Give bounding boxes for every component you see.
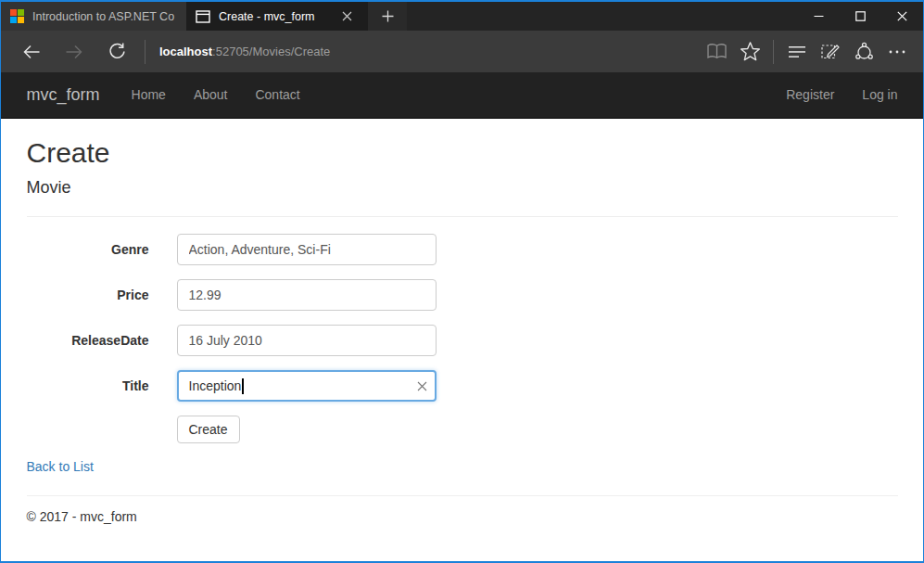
nav-link-contact[interactable]: Contact bbox=[241, 72, 313, 118]
url-host: localhost bbox=[159, 45, 212, 58]
maximize-icon bbox=[855, 11, 866, 21]
back-arrow-icon bbox=[21, 43, 42, 61]
tab-title: Create - mvc_form bbox=[219, 10, 326, 23]
title-input-value: Inception bbox=[189, 378, 242, 393]
form-row-price: Price bbox=[27, 279, 898, 311]
url-path: :52705/Movies/Create bbox=[212, 45, 330, 58]
microsoft-logo-icon bbox=[10, 9, 24, 23]
tab-bar: Introduction to ASP.NET Co Create - mvc_… bbox=[1, 2, 923, 31]
addressbar-actions bbox=[700, 31, 914, 72]
clear-field-button[interactable] bbox=[417, 370, 427, 402]
title-input[interactable]: Inception bbox=[177, 370, 437, 402]
create-submit-button[interactable]: Create bbox=[177, 416, 240, 443]
title-label: Title bbox=[27, 378, 149, 393]
page-body: Create Movie Genre Price Release bbox=[1, 119, 923, 561]
create-movie-form: Genre Price ReleaseDate bbox=[27, 234, 898, 443]
favorites-star-button[interactable] bbox=[733, 31, 766, 72]
clear-field-x-icon bbox=[417, 381, 427, 391]
star-icon bbox=[740, 41, 761, 62]
browser-window: Introduction to ASP.NET Co Create - mvc_… bbox=[0, 0, 924, 563]
form-row-releasedate: ReleaseDate bbox=[27, 325, 898, 356]
text-caret bbox=[242, 378, 244, 394]
tab-close-icon[interactable] bbox=[335, 5, 359, 29]
ellipsis-icon bbox=[887, 42, 907, 62]
close-icon bbox=[897, 11, 907, 21]
share-button[interactable] bbox=[847, 31, 880, 72]
page-icon bbox=[196, 10, 210, 23]
addressbar-divider bbox=[773, 40, 774, 64]
hub-lines-icon bbox=[787, 42, 807, 62]
form-row-submit: Create bbox=[27, 416, 898, 443]
price-label: Price bbox=[27, 288, 149, 302]
nav-link-login[interactable]: Log in bbox=[848, 72, 897, 118]
price-input[interactable] bbox=[177, 279, 437, 311]
copyright-text: © 2017 - mvc_form bbox=[27, 509, 898, 524]
site-footer: © 2017 - mvc_form bbox=[27, 495, 898, 524]
addressbar-divider bbox=[145, 40, 146, 64]
releasedate-label: ReleaseDate bbox=[27, 333, 149, 348]
refresh-button[interactable] bbox=[95, 31, 138, 72]
page-subtitle: Movie bbox=[27, 178, 898, 198]
more-actions-button[interactable] bbox=[880, 31, 914, 72]
address-bar: localhost:52705/Movies/Create bbox=[1, 31, 923, 72]
forward-button[interactable] bbox=[53, 31, 95, 72]
url-field[interactable]: localhost:52705/Movies/Create bbox=[159, 45, 700, 58]
nav-link-about[interactable]: About bbox=[180, 72, 242, 118]
web-note-button[interactable] bbox=[814, 31, 847, 72]
page-title: Create bbox=[27, 137, 898, 169]
web-note-pen-icon bbox=[820, 41, 842, 62]
footer-divider bbox=[27, 495, 898, 496]
form-row-genre: Genre bbox=[27, 234, 898, 265]
genre-input[interactable] bbox=[177, 234, 437, 265]
navbar-brand[interactable]: mvc_form bbox=[27, 85, 100, 105]
reading-view-book-icon bbox=[706, 43, 728, 60]
refresh-icon bbox=[108, 42, 127, 61]
releasedate-input[interactable] bbox=[177, 325, 437, 356]
new-tab-button[interactable] bbox=[368, 2, 407, 31]
forward-arrow-icon bbox=[64, 43, 84, 61]
site-navbar: mvc_form Home About Contact Register Log… bbox=[1, 72, 923, 119]
reading-view-button[interactable] bbox=[700, 31, 733, 72]
titlebar-drag-area bbox=[407, 2, 798, 31]
divider bbox=[27, 216, 898, 217]
maximize-button[interactable] bbox=[840, 2, 881, 31]
navbar-account-links: Register Log in bbox=[772, 72, 897, 118]
nav-link-register[interactable]: Register bbox=[772, 72, 848, 118]
hub-button[interactable] bbox=[780, 31, 814, 72]
plus-icon bbox=[382, 10, 394, 22]
back-button[interactable] bbox=[10, 31, 53, 72]
minimize-button[interactable] bbox=[798, 2, 840, 31]
tab-create-mvc-form[interactable]: Create - mvc_form bbox=[186, 2, 368, 31]
tab-title: Introduction to ASP.NET Co bbox=[32, 10, 177, 23]
tab-introduction-aspnet[interactable]: Introduction to ASP.NET Co bbox=[1, 2, 186, 31]
minimize-icon bbox=[814, 11, 824, 21]
form-row-title: Title Inception bbox=[27, 370, 898, 402]
back-to-list-link[interactable]: Back to List bbox=[27, 459, 94, 474]
close-button[interactable] bbox=[881, 2, 923, 31]
genre-label: Genre bbox=[27, 242, 149, 257]
share-icon bbox=[854, 41, 875, 62]
nav-link-home[interactable]: Home bbox=[118, 72, 180, 118]
